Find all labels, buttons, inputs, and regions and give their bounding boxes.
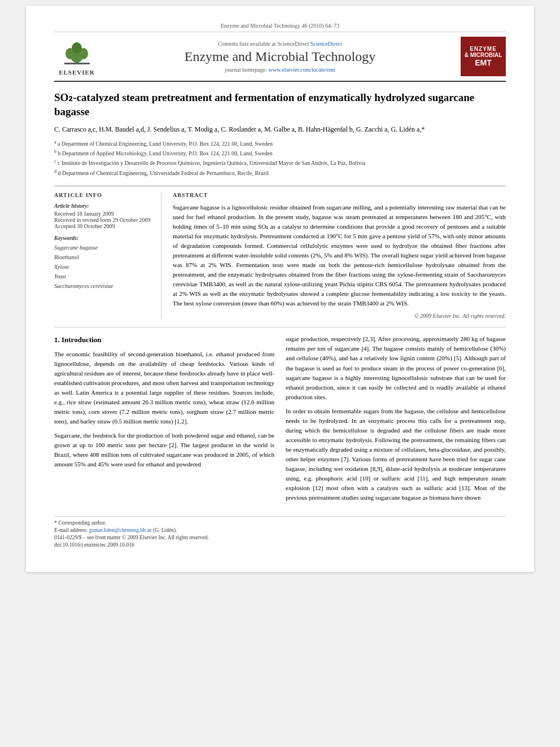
author-email[interactable]: gumar.liden@chemeng.lth.se — [89, 527, 152, 533]
keyword-2: Bioethanol — [54, 252, 153, 262]
affiliation-b: b b Department of Applied Microbiology, … — [54, 148, 506, 158]
accepted-date: Accepted 30 October 2009 — [54, 223, 153, 229]
body-section: 1. Introduction The economic feasibility… — [54, 334, 506, 507]
affiliation-c: c c Instituto de Investigación y Desarro… — [54, 158, 506, 168]
issn-line: 0141-0229/$ – see front matter © 2009 El… — [54, 535, 506, 540]
page-footer: * Corresponding author. E-mail address: … — [54, 516, 506, 548]
affiliation-a: a a Department of Chemical Engineering, … — [54, 139, 506, 148]
email-note: E-mail address: gumar.liden@chemeng.lth.… — [54, 527, 506, 533]
emt-logo-text: ENZYME & MICROBIAL EMT — [465, 46, 502, 67]
journal-center: Contents lists available at ScienceDirec… — [99, 41, 461, 73]
journal-url[interactable]: www.elsevier.com/locate/emt — [269, 67, 335, 73]
revised-date: Received in revised form 29 October 2009 — [54, 217, 153, 223]
body-col-left: 1. Introduction The economic feasibility… — [54, 334, 274, 507]
doi-line: doi:10.1016/j.enzmictec.2009.10.016 — [54, 542, 506, 548]
svg-rect-5 — [64, 63, 90, 64]
copyright-line: © 2009 Elsevier Inc. All rights reserved… — [173, 313, 506, 319]
corresponding-note: * Corresponding author. — [54, 520, 506, 526]
elsevier-tree-icon — [62, 38, 93, 69]
abstract-panel: ABSTRACT Sugarcane bagasse is a lignocel… — [173, 192, 506, 320]
keyword-1: Sugarcane bagasse — [54, 243, 153, 252]
article-info-heading: ARTICLE INFO — [54, 192, 153, 198]
journal-citation-bar: Enzyme and Microbial Technology 46 (2010… — [54, 23, 506, 32]
received-date: Received 18 January 2009 — [54, 211, 153, 217]
intro-heading: 1. Introduction — [54, 334, 274, 346]
intro-p1: The economic feasibility of second-gener… — [54, 350, 274, 426]
keywords-list: Sugarcane bagasse Bioethanol Xylose Yeas… — [54, 243, 153, 291]
affiliation-d: d d Department of Chemical Engineering, … — [54, 168, 506, 178]
journal-homepage: journal homepage: www.elsevier.com/locat… — [108, 67, 452, 73]
info-abstract-section: ARTICLE INFO Article history: Received 1… — [54, 186, 506, 320]
body-col-right: sugar production, respectively [2,3]. Af… — [286, 334, 506, 507]
abstract-text: Sugarcane bagasse is a lignocellulosic r… — [173, 203, 506, 309]
keyword-4: Yeast — [54, 272, 153, 281]
journal-citation: Enzyme and Microbial Technology 46 (2010… — [221, 23, 339, 29]
keyword-5: Saccharomyces cerevisiae — [54, 281, 153, 291]
keywords-label: Keywords: — [54, 235, 153, 241]
intro-p2: Sugarcane, the feedstock for the product… — [54, 431, 274, 469]
journal-title: Enzyme and Microbial Technology — [108, 49, 452, 64]
sciencedirect-link[interactable]: ScienceDirect — [310, 41, 342, 47]
email-name: (G. Lidén). — [153, 527, 177, 533]
intro-p4: In order to obtain fermentable sugars fr… — [286, 407, 506, 503]
svg-point-4 — [72, 42, 82, 54]
sciencedirect-note: Contents lists available at ScienceDirec… — [108, 41, 452, 47]
elsevier-logo: ELSEVIER — [54, 38, 99, 76]
affiliations: a a Department of Chemical Engineering, … — [54, 139, 506, 178]
intro-p3: sugar production, respectively [2,3]. Af… — [286, 334, 506, 401]
emt-logo: ENZYME & MICROBIAL EMT — [461, 37, 506, 76]
article-info-panel: ARTICLE INFO Article history: Received 1… — [54, 192, 161, 320]
article-authors: C. Carrasco a,c, H.M. Baudel a,d, J. Sen… — [54, 124, 506, 135]
abstract-heading: ABSTRACT — [173, 192, 506, 198]
article-title: SO₂-catalyzed steam pretreatment and fer… — [54, 91, 506, 119]
elsevier-label: ELSEVIER — [59, 69, 95, 76]
history-label: Article history: — [54, 203, 153, 209]
keywords-section: Keywords: Sugarcane bagasse Bioethanol X… — [54, 235, 153, 291]
keyword-3: Xylose — [54, 262, 153, 272]
journal-header: ELSEVIER Contents lists available at Sci… — [54, 37, 506, 82]
section-divider — [54, 327, 506, 327]
article-page: Enzyme and Microbial Technology 46 (2010… — [26, 6, 534, 572]
history-section: Article history: Received 18 January 200… — [54, 203, 153, 229]
